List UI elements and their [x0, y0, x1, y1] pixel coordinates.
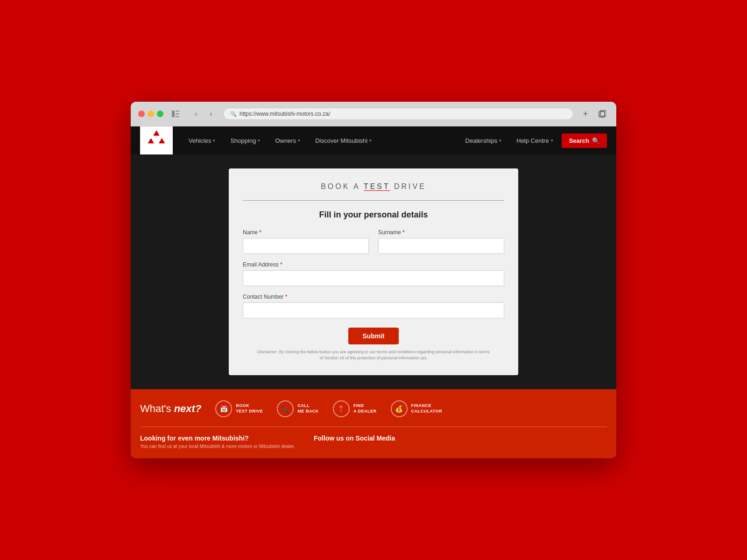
footer-bottom: Looking for even more Mitsubishi? You ca… [140, 434, 607, 449]
name-group: Name * [243, 229, 369, 254]
looking-for-more-section: Looking for even more Mitsubishi? You ca… [140, 434, 295, 449]
svg-rect-2 [176, 113, 179, 114]
email-label: Email Address * [243, 261, 504, 268]
footer-finance-calc[interactable]: 💰 FINANCE CALCULATOR [391, 400, 443, 417]
main-nav: Vehicles ▾ Shopping ▾ Owners ▾ Discover … [131, 126, 616, 154]
browser-titlebar: ‹ › 🔍 https://www.mitsubishi-motors.co.z… [131, 102, 616, 126]
footer-divider [140, 427, 607, 427]
close-dot[interactable] [138, 111, 145, 117]
nav-links: Vehicles ▾ Shopping ▾ Owners ▾ Discover … [182, 133, 607, 148]
footer: What's next? 📅 BOOK TEST DRIVE 📞 CALL [131, 389, 616, 458]
maximize-dot[interactable] [157, 111, 163, 117]
form-title-section: BOOK A TEST DRIVE [243, 182, 504, 191]
contact-group: Contact Number * [243, 294, 504, 318]
form-container: BOOK A TEST DRIVE Fill in your personal … [229, 168, 518, 375]
minimize-dot[interactable] [148, 111, 154, 117]
nav-discover[interactable]: Discover Mitsubishi ▾ [309, 133, 378, 148]
chevron-down-icon: ▾ [551, 138, 553, 143]
personal-details-form: Name * Surname * Ema [243, 229, 504, 344]
looking-text: You can find us at your local Mitsubishi… [140, 444, 295, 449]
nav-help[interactable]: Help Centre ▾ [510, 133, 559, 148]
whats-next-section: What's next? 📅 BOOK TEST DRIVE 📞 CALL [140, 400, 607, 417]
book-title: BOOK A TEST DRIVE [243, 182, 504, 191]
website: Vehicles ▾ Shopping ▾ Owners ▾ Discover … [131, 126, 616, 458]
call-me-back-icon: 📞 [277, 400, 294, 417]
email-input[interactable] [243, 270, 504, 286]
name-surname-row: Name * Surname * [243, 229, 504, 254]
svg-rect-1 [176, 111, 179, 112]
surname-group: Surname * [378, 229, 504, 254]
nav-vehicles[interactable]: Vehicles ▾ [182, 133, 222, 148]
disclaimer-text: Disclaimer: By clicking the below button… [257, 349, 490, 361]
contact-input[interactable] [243, 302, 504, 318]
url-text: https://www.mitsubishi-motors.co.za/ [240, 111, 330, 117]
call-me-back-label: CALL ME BACK [297, 403, 319, 414]
chevron-down-icon: ▾ [298, 138, 300, 143]
address-bar[interactable]: 🔍 https://www.mitsubishi-motors.co.za/ [223, 108, 573, 120]
section-title: Fill in your personal details [243, 210, 504, 220]
svg-marker-7 [148, 138, 154, 144]
main-content: BOOK A TEST DRIVE Fill in your personal … [131, 154, 616, 389]
social-media-section: Follow us on Social Media [314, 434, 395, 449]
surname-label: Surname * [378, 229, 504, 236]
browser-window: ‹ › 🔍 https://www.mitsubishi-motors.co.z… [131, 102, 616, 458]
looking-title: Looking for even more Mitsubishi? [140, 434, 295, 442]
whats-next-title: What's next? [140, 403, 201, 415]
chevron-down-icon: ▾ [213, 138, 215, 143]
footer-call-me-back[interactable]: 📞 CALL ME BACK [277, 400, 319, 417]
forward-button[interactable]: › [204, 107, 218, 120]
submit-button[interactable]: Submit [348, 328, 398, 344]
chevron-down-icon: ▾ [258, 138, 260, 143]
browser-actions: + [579, 107, 609, 120]
nav-owners[interactable]: Owners ▾ [268, 133, 307, 148]
lock-icon: 🔍 [230, 111, 237, 117]
back-button[interactable]: ‹ [190, 107, 203, 120]
svg-marker-8 [159, 138, 165, 144]
name-label: Name * [243, 229, 369, 236]
logo-area[interactable] [140, 126, 173, 154]
new-tab-button[interactable]: + [579, 107, 592, 120]
tabs-button[interactable] [596, 107, 609, 120]
nav-shopping[interactable]: Shopping ▾ [224, 133, 267, 148]
chevron-down-icon: ▾ [499, 138, 501, 143]
svg-rect-0 [172, 111, 175, 117]
nav-dealerships[interactable]: Dealerships ▾ [459, 133, 508, 148]
footer-book-testdrive[interactable]: 📅 BOOK TEST DRIVE [215, 400, 263, 417]
find-dealer-label: FIND A DEALER [353, 403, 377, 414]
name-input[interactable] [243, 238, 369, 254]
contact-label: Contact Number * [243, 294, 504, 300]
search-icon: 🔍 [592, 137, 599, 144]
finance-calc-icon: 💰 [391, 400, 408, 417]
book-testdrive-label: BOOK TEST DRIVE [236, 403, 263, 414]
search-button[interactable]: Search 🔍 [562, 133, 607, 148]
chevron-down-icon: ▾ [369, 138, 372, 143]
title-divider [243, 200, 504, 201]
find-dealer-icon: 📍 [333, 400, 350, 417]
footer-actions: 📅 BOOK TEST DRIVE 📞 CALL ME BACK [215, 400, 442, 417]
social-title: Follow us on Social Media [314, 434, 395, 442]
browser-nav: ‹ › [190, 107, 218, 120]
email-group: Email Address * [243, 261, 504, 286]
footer-find-dealer[interactable]: 📍 FIND A DEALER [333, 400, 377, 417]
book-testdrive-icon: 📅 [215, 400, 232, 417]
finance-calc-label: FINANCE CALCULATOR [411, 403, 443, 414]
sidebar-toggle-icon[interactable] [169, 107, 182, 120]
browser-dots [138, 111, 163, 117]
surname-input[interactable] [378, 238, 504, 254]
svg-marker-6 [153, 130, 159, 136]
svg-rect-3 [176, 116, 179, 117]
